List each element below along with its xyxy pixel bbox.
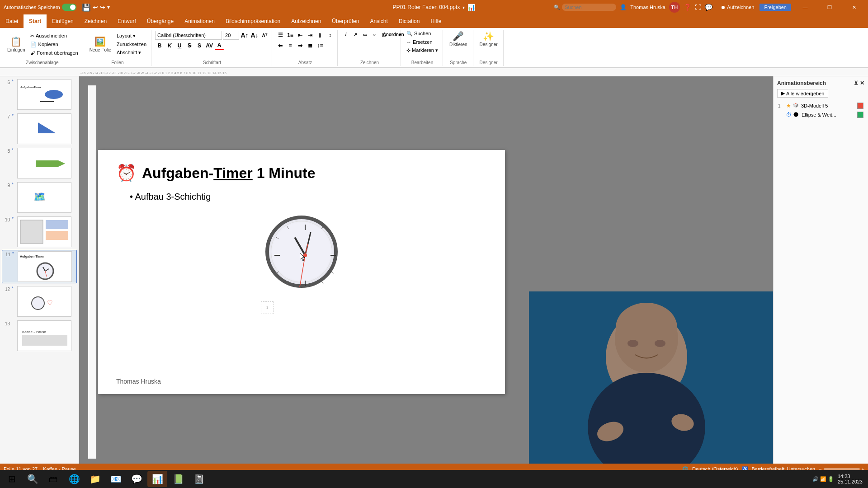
tab-aufzeichnen[interactable]: Aufzeichnen xyxy=(286,14,326,28)
arrange-button[interactable]: Anordnen xyxy=(389,30,398,39)
comment-icon[interactable]: 💬 xyxy=(705,4,712,11)
tab-hilfe[interactable]: Hilfe xyxy=(425,14,447,28)
minimize-button[interactable]: — xyxy=(795,0,816,14)
tab-start[interactable]: Start xyxy=(24,14,47,28)
slide-thumb-7[interactable]: 7 * xyxy=(2,113,77,145)
designer-button[interactable]: ✨ Designer xyxy=(477,30,500,48)
decrease-indent-btn[interactable]: ⇤ xyxy=(296,31,305,40)
increase-indent-btn[interactable]: ⇥ xyxy=(306,31,315,40)
quick-access-more[interactable]: ▾ xyxy=(107,4,110,10)
tab-uebergaenge[interactable]: Übergänge xyxy=(142,14,179,28)
tab-ueberpruefen[interactable]: Überprüfen xyxy=(326,14,364,28)
close-button[interactable]: ✕ xyxy=(844,0,864,14)
slide-thumb-8[interactable]: 8 * xyxy=(2,147,77,179)
tab-dictation[interactable]: Dictation xyxy=(393,14,425,28)
font-color-btn[interactable]: A xyxy=(215,41,224,50)
search-box[interactable]: 🔍 xyxy=(554,4,616,11)
fullscreen-icon[interactable]: ⛶ xyxy=(695,4,701,11)
shape-line[interactable]: / xyxy=(341,30,350,39)
search-taskbar-button[interactable]: 🔍 xyxy=(23,471,42,487)
restore-button[interactable]: ❐ xyxy=(819,0,840,14)
format-painter-button[interactable]: 🖌 Format übertragen xyxy=(28,49,80,56)
onenote-button[interactable]: 📓 xyxy=(189,471,209,487)
ribbon-group-drawing: / ↗ ▭ ○ ⬚ Anordnen Zeichnen xyxy=(339,30,401,66)
edge-button[interactable]: 🌐 xyxy=(64,471,84,487)
char-spacing-button[interactable]: AV xyxy=(205,41,214,50)
shape-rect[interactable]: ▭ xyxy=(360,30,369,39)
clear-format-btn[interactable]: Aᵀ xyxy=(260,31,269,40)
autosave-toggle[interactable] xyxy=(62,4,76,11)
tab-ansicht[interactable]: Ansicht xyxy=(364,14,393,28)
save-icon[interactable]: 💾 xyxy=(82,3,91,12)
new-slide-button[interactable]: 🖼️ Neue Folie xyxy=(87,31,114,58)
svg-line-40 xyxy=(276,237,279,239)
slides-secondary: Layout ▾ Zurücksetzen Abschnitt ▾ xyxy=(115,32,148,56)
drawing-shapes: / ↗ ▭ ○ ⬚ Anordnen xyxy=(341,30,398,39)
ruler-v-svg xyxy=(88,85,96,357)
tab-zeichnen[interactable]: Zeichnen xyxy=(79,14,112,28)
help-icon[interactable]: ❓ xyxy=(684,4,691,11)
find-button[interactable]: 🔍 Suchen xyxy=(405,30,440,38)
excel-button[interactable]: 📗 xyxy=(168,471,188,487)
strikethrough-button[interactable]: S̶ xyxy=(185,41,194,50)
record-button[interactable]: ⏺ Aufzeichnen xyxy=(716,4,759,11)
play-all-button[interactable]: ▶ Alle wiedergeben xyxy=(777,89,828,98)
slide-canvas[interactable]: ⏰ Aufgaben-Timer 1 Minute Aufbau 3-Schic… xyxy=(98,150,505,394)
tab-bildschirm[interactable]: Bildschirmpräsentation xyxy=(220,14,286,28)
bold-button[interactable]: B xyxy=(155,41,164,50)
mail-button[interactable]: 📧 xyxy=(106,471,126,487)
tab-entwurf[interactable]: Entwurf xyxy=(112,14,142,28)
dictation-button[interactable]: 🎤 Diktieren xyxy=(447,30,470,48)
shape-circle[interactable]: ○ xyxy=(370,30,379,39)
teams-button[interactable]: 💬 xyxy=(127,471,146,487)
justify-btn[interactable]: ≣ xyxy=(306,41,315,50)
shape-arrow[interactable]: ↗ xyxy=(351,30,360,39)
share-button[interactable]: Freigeben xyxy=(760,4,791,11)
animation-panel-title: Animationsbereich ⊻ ✕ xyxy=(777,80,864,86)
panel-expand-icon[interactable]: ⊻ xyxy=(854,80,858,86)
slide-thumb-6[interactable]: 6 * Aufgaben-Timer xyxy=(2,78,77,111)
font-increase-btn[interactable]: A↑ xyxy=(240,31,249,40)
align-right-btn[interactable]: ➡ xyxy=(296,41,305,50)
align-left-btn[interactable]: ⬅ xyxy=(276,41,285,50)
title-dropdown[interactable]: ▾ xyxy=(462,5,465,10)
slide-thumb-13[interactable]: 13 Kaffee - Pause xyxy=(2,319,77,352)
slide-thumb-11[interactable]: 11 * Aufgaben-Timer xyxy=(2,250,77,283)
font-decrease-btn[interactable]: A↓ xyxy=(250,31,259,40)
slide-thumb-10[interactable]: 10 * xyxy=(2,216,77,248)
bullets-button[interactable]: ☰ xyxy=(276,31,285,40)
copy-button[interactable]: 📄 Kopieren xyxy=(28,41,80,48)
slide-panel[interactable]: 6 * Aufgaben-Timer 7 * 8 xyxy=(0,76,79,468)
slide-thumb-12[interactable]: 12 * ♡ xyxy=(2,285,77,318)
reset-button[interactable]: Zurücksetzen xyxy=(115,41,148,48)
font-family-input[interactable] xyxy=(155,31,222,40)
powerpoint-taskbar-button[interactable]: 📊 xyxy=(147,471,167,487)
text-direction-btn[interactable]: ↕ xyxy=(326,31,335,40)
font-size-input[interactable] xyxy=(223,31,239,40)
tab-einfuegen[interactable]: Einfügen xyxy=(47,14,79,28)
select-button[interactable]: ⊹ Markieren ▾ xyxy=(405,47,440,54)
underline-button[interactable]: U xyxy=(175,41,184,50)
explorer-button[interactable]: 📁 xyxy=(85,471,105,487)
line-spacing-btn[interactable]: ↕≡ xyxy=(316,41,325,50)
replace-button[interactable]: ↔ Ersetzen xyxy=(405,38,440,46)
start-button[interactable]: ⊞ xyxy=(2,471,22,487)
paste-button[interactable]: 📋 Einfügen xyxy=(5,31,28,58)
shadow-button[interactable]: S xyxy=(195,41,204,50)
redo-icon[interactable]: ↪ xyxy=(100,4,105,11)
tab-datei[interactable]: Datei xyxy=(0,14,24,28)
search-input[interactable] xyxy=(562,4,616,11)
user-avatar[interactable]: TH xyxy=(669,2,680,13)
undo-icon[interactable]: ↩ xyxy=(93,4,98,11)
panel-close-icon[interactable]: ✕ xyxy=(860,80,864,86)
section-button[interactable]: Abschnitt ▾ xyxy=(115,49,148,56)
cut-button[interactable]: ✂ Ausschneiden xyxy=(28,32,80,40)
tab-animationen[interactable]: Animationen xyxy=(179,14,220,28)
layout-button[interactable]: Layout ▾ xyxy=(115,32,148,40)
align-center-btn[interactable]: ≡ xyxy=(286,41,295,50)
task-view-button[interactable]: 🗃 xyxy=(43,471,63,487)
numbering-button[interactable]: 1≡ xyxy=(286,31,295,40)
italic-button[interactable]: K xyxy=(165,41,174,50)
slide-thumb-9[interactable]: 9 * 🗺️ xyxy=(2,181,77,214)
columns-btn[interactable]: ⫿ xyxy=(316,31,325,40)
